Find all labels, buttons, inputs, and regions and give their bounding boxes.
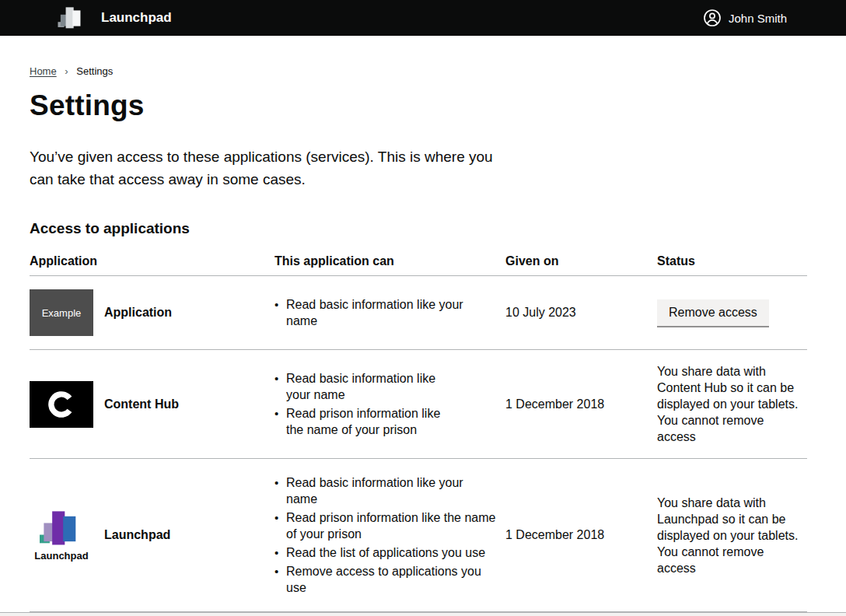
column-header-status: Status <box>657 247 807 275</box>
example-app-logo: Example <box>30 289 93 336</box>
section-heading-access: Access to applications <box>30 220 807 237</box>
given-on-date: 1 December 2018 <box>505 384 657 425</box>
applications-table: Application This application can Given o… <box>30 247 807 612</box>
launchpad-app-logo: Launchpad <box>30 509 93 562</box>
breadcrumb-separator-icon: › <box>65 65 68 77</box>
user-icon <box>703 9 722 27</box>
home-logo-link[interactable]: Launchpad <box>51 6 172 30</box>
status-text: You share data with Launchpad so it can … <box>657 481 807 590</box>
page: Launchpad John Smith Home › Settings Set… <box>0 0 846 616</box>
remove-access-button[interactable]: Remove access <box>657 299 769 326</box>
breadcrumb: Home › Settings <box>30 65 807 77</box>
page-footer: Privacy policy <box>0 612 846 616</box>
main-content: Home › Settings Settings You’ve given ac… <box>0 36 846 612</box>
content-hub-c-icon <box>45 388 78 421</box>
column-header-application: Application <box>30 247 274 275</box>
example-logo-text: Example <box>42 307 82 319</box>
permissions-list: Read basic information like your name Re… <box>274 370 457 438</box>
launchpad-logo-icon <box>51 6 92 30</box>
launchpad-logo-text: Launchpad <box>34 550 88 562</box>
permission-item: Read basic information like your name <box>274 474 498 507</box>
content-hub-logo <box>30 381 93 428</box>
permission-item: Read prison information like the name of… <box>274 405 457 438</box>
column-header-given-on: Given on <box>505 247 657 275</box>
app-header: Launchpad John Smith <box>0 0 846 36</box>
table-row-content-hub: Content Hub Read basic information like … <box>30 350 807 459</box>
permissions-list: Read basic information like your name Re… <box>274 474 498 596</box>
table-row-launchpad: Launchpad Launchpad Read basic informati… <box>30 459 807 612</box>
breadcrumb-home-link[interactable]: Home <box>30 65 57 77</box>
table-header-row: Application This application can Given o… <box>30 247 807 276</box>
permission-item: Read basic information like your name <box>274 296 465 329</box>
status-text: You share data with Content Hub so it ca… <box>657 350 807 458</box>
permission-item: Read the list of applications you use <box>274 544 498 561</box>
given-on-date: 10 July 2023 <box>505 292 657 333</box>
permission-item: Read prison information like the name of… <box>274 509 498 542</box>
page-title: Settings <box>30 89 807 122</box>
table-row-application: Example Application Read basic informati… <box>30 276 807 350</box>
column-header-permissions: This application can <box>274 247 505 275</box>
application-name: Application <box>104 306 172 320</box>
launchpad-blocks-icon <box>40 509 83 548</box>
permissions-list: Read basic information like your name <box>274 296 465 329</box>
given-on-date: 1 December 2018 <box>505 515 657 555</box>
application-name: Content Hub <box>104 397 179 411</box>
app-title: Launchpad <box>101 10 172 26</box>
user-menu[interactable]: John Smith <box>703 9 787 27</box>
page-intro: You’ve given access to these application… <box>30 145 508 191</box>
permission-item: Remove access to applications you use <box>274 563 498 596</box>
permission-item: Read basic information like your name <box>274 370 457 403</box>
breadcrumb-current: Settings <box>76 65 113 77</box>
application-name: Launchpad <box>104 528 170 542</box>
user-name: John Smith <box>729 12 787 25</box>
